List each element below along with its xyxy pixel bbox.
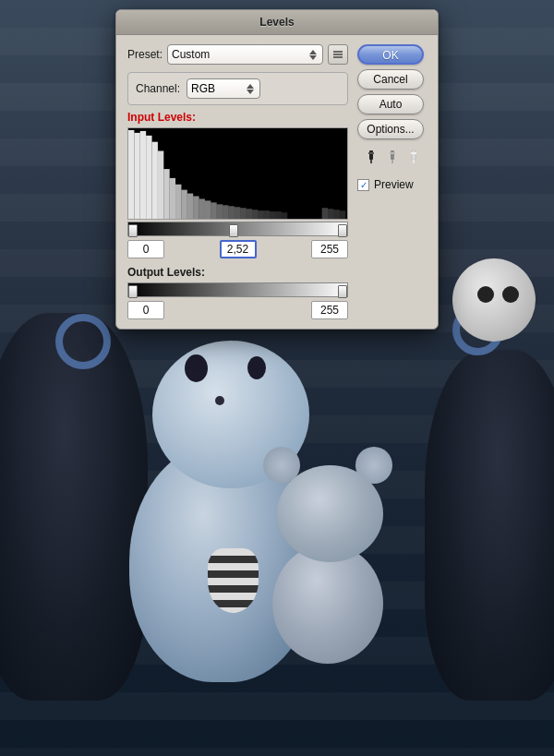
svg-rect-39 bbox=[390, 152, 395, 154]
preview-label: Preview bbox=[374, 178, 414, 191]
input-slider-white[interactable] bbox=[338, 224, 347, 237]
preset-settings-button[interactable] bbox=[328, 44, 348, 65]
svg-rect-25 bbox=[258, 210, 263, 219]
levels-dialog: Levels Preset: Custom bbox=[115, 9, 439, 330]
dialog-body: Preset: Custom bbox=[116, 35, 438, 329]
preset-row: Preset: Custom bbox=[127, 44, 348, 65]
svg-rect-34 bbox=[369, 150, 373, 160]
arrow-up-icon bbox=[309, 50, 317, 54]
channel-group: Channel: RGB bbox=[127, 72, 348, 105]
svg-rect-20 bbox=[228, 206, 234, 219]
svg-rect-17 bbox=[211, 202, 216, 219]
channel-label: Channel: bbox=[136, 82, 182, 95]
svg-rect-7 bbox=[152, 142, 158, 219]
dialog-titlebar: Levels bbox=[116, 10, 438, 35]
channel-select[interactable]: RGB bbox=[187, 78, 260, 99]
svg-rect-10 bbox=[170, 178, 175, 219]
koala-head bbox=[277, 465, 383, 562]
svg-rect-31 bbox=[328, 209, 333, 219]
main-character-nose bbox=[215, 396, 224, 405]
input-slider-mid[interactable] bbox=[229, 224, 238, 237]
preset-value: Custom bbox=[172, 48, 309, 61]
eyedropper-white[interactable] bbox=[404, 148, 423, 166]
arrow-down-icon bbox=[309, 55, 317, 60]
main-character-eye-right bbox=[247, 356, 266, 379]
preview-row: ✓ Preview bbox=[357, 178, 427, 191]
svg-rect-5 bbox=[140, 131, 146, 219]
striped-toy bbox=[208, 548, 259, 613]
svg-rect-15 bbox=[199, 198, 205, 219]
skull bbox=[452, 258, 536, 342]
ring-left bbox=[55, 314, 111, 369]
svg-rect-32 bbox=[333, 210, 339, 219]
output-gradient-slider[interactable] bbox=[127, 282, 348, 297]
svg-rect-13 bbox=[187, 194, 193, 219]
output-levels-label: Output Levels: bbox=[127, 266, 348, 279]
svg-rect-4 bbox=[134, 133, 139, 219]
output-slider-white[interactable] bbox=[338, 285, 347, 298]
histogram-svg bbox=[128, 128, 347, 219]
dark-figure-right bbox=[425, 350, 554, 701]
svg-rect-35 bbox=[370, 160, 372, 163]
svg-rect-21 bbox=[235, 207, 240, 219]
input-level-mid[interactable]: 2,52 bbox=[220, 240, 257, 258]
channel-value: RGB bbox=[191, 82, 215, 95]
preset-select-arrows bbox=[309, 50, 317, 60]
input-slider-black[interactable] bbox=[128, 224, 138, 237]
output-level-inputs: 0 255 bbox=[127, 301, 348, 319]
svg-rect-8 bbox=[158, 151, 163, 220]
cancel-button[interactable]: Cancel bbox=[357, 69, 424, 90]
input-level-min[interactable]: 0 bbox=[127, 240, 164, 258]
output-level-min[interactable]: 0 bbox=[127, 301, 164, 319]
svg-rect-38 bbox=[391, 160, 393, 163]
svg-rect-41 bbox=[413, 160, 415, 163]
eyedroppers-group bbox=[357, 148, 427, 166]
svg-rect-40 bbox=[412, 150, 416, 160]
histogram-container bbox=[127, 127, 348, 220]
svg-rect-30 bbox=[322, 208, 328, 219]
svg-rect-11 bbox=[175, 185, 181, 219]
output-slider-black[interactable] bbox=[128, 285, 138, 298]
input-level-inputs: 0 2,52 255 bbox=[127, 240, 348, 258]
svg-rect-12 bbox=[181, 190, 187, 219]
svg-rect-29 bbox=[282, 212, 287, 219]
preset-label: Preset: bbox=[127, 48, 163, 61]
svg-rect-33 bbox=[340, 210, 345, 219]
svg-rect-18 bbox=[217, 204, 223, 219]
eyedropper-grey[interactable] bbox=[383, 148, 402, 166]
svg-rect-16 bbox=[205, 200, 211, 219]
svg-rect-37 bbox=[391, 150, 394, 160]
svg-rect-36 bbox=[368, 152, 374, 154]
svg-rect-14 bbox=[193, 197, 199, 220]
eyedropper-black[interactable] bbox=[362, 148, 380, 166]
ok-button[interactable]: OK bbox=[357, 44, 424, 65]
input-levels-label: Input Levels: bbox=[127, 111, 348, 124]
input-level-max[interactable]: 255 bbox=[311, 240, 348, 258]
input-gradient-slider[interactable] bbox=[127, 222, 348, 236]
preset-select[interactable]: Custom bbox=[167, 44, 323, 65]
svg-rect-26 bbox=[264, 210, 270, 219]
svg-rect-22 bbox=[240, 208, 246, 219]
channel-row: Channel: RGB bbox=[136, 78, 340, 99]
channel-select-arrows bbox=[247, 84, 254, 94]
channel-arrow-up-icon bbox=[247, 84, 254, 89]
skull-eye-right bbox=[502, 286, 519, 303]
svg-rect-24 bbox=[252, 210, 258, 219]
svg-rect-3 bbox=[128, 130, 134, 219]
dark-figure-left bbox=[0, 313, 148, 701]
preview-checkbox[interactable]: ✓ bbox=[357, 179, 369, 191]
svg-rect-23 bbox=[247, 209, 252, 219]
svg-rect-28 bbox=[276, 211, 282, 219]
dialog-right-panel: OK Cancel Auto Options... bbox=[357, 44, 427, 319]
dialog-title: Levels bbox=[259, 16, 294, 29]
svg-rect-27 bbox=[270, 211, 275, 219]
skull-eye-left bbox=[477, 286, 494, 303]
svg-rect-19 bbox=[223, 205, 228, 219]
svg-rect-6 bbox=[146, 136, 151, 219]
channel-arrow-down-icon bbox=[247, 90, 254, 94]
options-button[interactable]: Options... bbox=[357, 119, 424, 139]
svg-rect-42 bbox=[411, 152, 416, 154]
auto-button[interactable]: Auto bbox=[357, 94, 424, 114]
dialog-left-panel: Preset: Custom bbox=[127, 44, 348, 319]
output-level-max[interactable]: 255 bbox=[311, 301, 348, 319]
